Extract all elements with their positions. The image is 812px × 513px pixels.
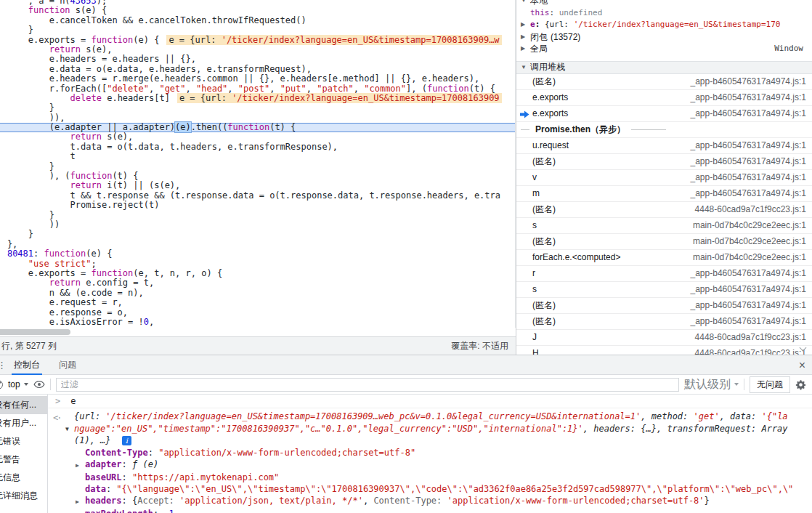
object-preview-line: ▼ nguage":"en_US","timestamp":"170081639… — [74, 423, 812, 435]
frame-function-name: J — [532, 332, 689, 342]
callstack-frame[interactable]: r_app-b4605476317a4974.js:1 — [516, 266, 812, 282]
console-object-property: Content-Type: "application/x-www-form-ur… — [85, 447, 812, 459]
tab-issues[interactable]: 问题 — [49, 355, 86, 375]
clear-console-icon[interactable] — [0, 380, 3, 389]
callstack-frame[interactable]: (匿名)_app-b4605476317a4974.js:1 — [516, 314, 812, 330]
scope-global-value: Window — [774, 43, 803, 55]
code-line: t && t.response && (t.response.data = o(… — [0, 191, 515, 201]
frame-source-location: _app-b4605476317a4974.js:1 — [691, 108, 806, 118]
object-preview-line: (1), …} i — [74, 435, 812, 447]
chevron-down-icon — [734, 383, 739, 386]
coverage-label: 覆盖率: 不适用 — [451, 340, 508, 352]
frame-source-location: 4448-60cad9a7c1f9cc23.js:1 — [695, 332, 806, 342]
callstack-frame[interactable]: (匿名)_app-b4605476317a4974.js:1 — [516, 298, 812, 314]
property-name: adapter — [85, 459, 122, 469]
info-icon[interactable]: i — [122, 436, 131, 445]
code-line: e.exports = function(e) {e = {url: '/tic… — [0, 36, 515, 45]
code-line: t — [0, 152, 515, 161]
command-text: e — [70, 396, 76, 406]
frame-source-location: _app-b4605476317a4974.js:1 — [691, 172, 806, 182]
frame-function-name: (匿名) — [532, 76, 685, 88]
console-sidebar-item[interactable]: 无错误 — [0, 432, 47, 451]
debugger-sidebar: ▼ 本地 this: undefined ▶ e: {url: '/ticker… — [516, 0, 812, 355]
frame-source-location: main-0d7b4c0c29ce2eec.js:1 — [693, 252, 806, 262]
console-object-property: maxBodyLength: -1 — [85, 508, 812, 513]
console-sidebar-item[interactable]: 没有用户... — [0, 414, 47, 432]
chevron-down-icon: ▼ — [521, 64, 530, 70]
frame-function-name: v — [532, 172, 685, 182]
callstack-frame[interactable]: (匿名)4448-60cad9a7c1f9cc23.js:1 — [516, 202, 812, 218]
object-preview-line: {url: '/ticker/index?language=en_US&time… — [74, 411, 812, 423]
expand-triangle-icon[interactable]: ▶ — [76, 496, 85, 508]
console-sidebar-item-label: 没有任何... — [0, 396, 36, 414]
callstack-frame[interactable]: e.exports_app-b4605476317a4974.js:1 — [516, 90, 812, 106]
inline-eval-value: e = {url: '/ticker/index?language=en_US&… — [177, 93, 502, 103]
toolbar-divider — [50, 379, 51, 390]
callstack-frame[interactable]: smain-0d7b4c0c29ce2eec.js:1 — [516, 218, 812, 234]
scope-section-global[interactable]: ▶ 全局 Window — [516, 43, 812, 55]
frame-source-location: _app-b4605476317a4974.js:1 — [691, 300, 806, 310]
close-icon[interactable]: × — [799, 355, 805, 375]
frame-function-name: (匿名) — [532, 155, 685, 168]
code-editor[interactable]: , a = n(43653); function s(e) { e.cancel… — [0, 0, 516, 328]
console-sidebar-item[interactable]: 无警告 — [0, 451, 47, 469]
console-sidebar-item-label: 无详细消息 — [0, 487, 38, 505]
code-line: e.headers = e.headers || {}, — [0, 54, 515, 64]
scope-closure-count: (13572) — [551, 31, 580, 44]
console-sidebar-item-label: 没有用户... — [0, 414, 36, 432]
callstack-frame[interactable]: m_app-b4605476317a4974.js:1 — [516, 186, 812, 202]
var-name: this — [530, 7, 550, 20]
frame-function-name: m — [532, 188, 685, 198]
callstack-label: 调用堆栈 — [530, 61, 565, 73]
console-sidebar-item[interactable]: 无信息 — [0, 469, 47, 487]
frame-source-location: 4448-60cad9a7c1f9cc23.js:1 — [695, 348, 806, 355]
frame-source-location: _app-b4605476317a4974.js:1 — [691, 268, 806, 278]
frame-source-location: _app-b4605476317a4974.js:1 — [691, 188, 806, 198]
expand-triangle-icon[interactable]: ▶ — [76, 460, 85, 472]
callstack-frame[interactable]: forEach.e.<computed>main-0d7b4c0c29ce2ee… — [516, 250, 812, 266]
callstack-frame[interactable]: (匿名)main-0d7b4c0c29ce2eec.js:1 — [516, 234, 812, 250]
horizontal-scrollbar-thumb[interactable] — [0, 329, 70, 335]
expand-triangle-icon[interactable]: ▼ — [65, 424, 69, 436]
console-settings-gear-icon[interactable] — [795, 379, 806, 390]
console-filter-input[interactable] — [56, 378, 679, 392]
console-sidebar-item[interactable]: 无详细消息 — [0, 487, 47, 505]
chevron-down-icon: ▼ — [521, 0, 530, 7]
devtools-window: , a = n(43653); function s(e) { e.cancel… — [0, 0, 812, 513]
result-return-icon: <· — [53, 413, 60, 423]
console-object-property: data: "{\"language\":\"en_US\",\"timesta… — [85, 483, 812, 495]
chevron-right-icon[interactable]: ▶ — [521, 43, 530, 55]
callstack-frame[interactable]: (匿名)_app-b4605476317a4974.js:1 — [516, 154, 812, 170]
code-line: 80481: function(e) { — [0, 249, 515, 259]
horizontal-scrollbar[interactable] — [0, 328, 516, 336]
frame-source-location: _app-b4605476317a4974.js:1 — [691, 156, 806, 166]
live-expression-eye-icon[interactable] — [33, 379, 45, 389]
scope-section-local[interactable]: ▼ 本地 — [516, 0, 812, 7]
property-name: baseURL — [85, 472, 122, 482]
inline-eval-value: e = {url: '/ticker/index?language=en_US&… — [166, 35, 501, 45]
property-name: headers — [85, 496, 122, 506]
callstack-frame[interactable]: H4448-60cad9a7c1f9cc23.js:1 — [516, 346, 812, 355]
frame-function-name: forEach.e.<computed> — [532, 252, 687, 262]
issues-counter[interactable]: 无问题 — [750, 376, 790, 393]
console-toolbar: top 默认级别 无问题 — [0, 375, 812, 395]
tab-console[interactable]: 控制台 — [4, 355, 49, 375]
var-value: undefined — [559, 7, 603, 20]
callstack-frame[interactable]: e.exports_app-b4605476317a4974.js:1 — [516, 106, 812, 122]
callstack-frame[interactable]: (匿名)_app-b4605476317a4974.js:1 — [516, 74, 812, 90]
code-line: return i(t) || (s(e), — [0, 181, 515, 190]
scope-section-closure[interactable]: ▶ 闭包 (13572) — [516, 31, 812, 44]
callstack-frame[interactable]: s_app-b4605476317a4974.js:1 — [516, 282, 812, 298]
chevron-right-icon[interactable]: ▶ — [521, 19, 530, 31]
callstack-frame[interactable]: v_app-b4605476317a4974.js:1 — [516, 170, 812, 186]
frame-function-name: H — [532, 348, 689, 355]
execution-context-selector[interactable]: top — [8, 379, 28, 389]
callstack-frame[interactable]: J4448-60cad9a7c1f9cc23.js:1 — [516, 330, 812, 346]
console-result: <· {url: '/ticker/index?language=en_US&t… — [48, 408, 812, 513]
chevron-right-icon[interactable]: ▶ — [521, 31, 530, 44]
callstack-frame[interactable]: u.request_app-b4605476317a4974.js:1 — [516, 138, 812, 154]
scope-var-e[interactable]: ▶ e: {url: '/ticker/index?language=en_US… — [516, 19, 812, 31]
log-level-selector[interactable]: 默认级别 — [684, 377, 739, 392]
callstack-section-header[interactable]: ▼ 调用堆栈 — [516, 61, 812, 74]
console-sidebar-item[interactable]: 没有任何... — [0, 396, 47, 414]
